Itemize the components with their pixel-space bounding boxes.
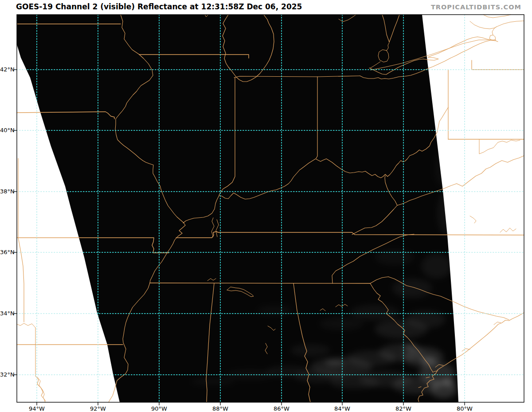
lon-label: 84°W — [332, 406, 353, 412]
cloud-patch — [290, 344, 330, 357]
cloud-patch — [420, 357, 436, 364]
lon-label: 92°W — [87, 406, 109, 412]
cloud-patch — [442, 378, 455, 387]
lon-label: 80°W — [454, 406, 475, 412]
cloud-patch — [392, 279, 432, 298]
tennessee-mississippi-alabama-border — [150, 283, 370, 283]
cloud-patch — [191, 377, 235, 386]
lat-label: 40°N — [0, 127, 14, 133]
lon-label: 90°W — [149, 406, 170, 412]
lat-label: 32°N — [0, 372, 14, 378]
lon-label: 86°W — [271, 406, 292, 412]
lat-label: 34°N — [0, 310, 14, 317]
lon-label: 82°W — [393, 406, 414, 412]
satellite-map — [0, 0, 532, 412]
cloud-patch — [375, 249, 415, 265]
lat-label: 38°N — [0, 188, 14, 195]
cloud-patch — [325, 360, 344, 366]
cloud-patch — [319, 317, 364, 330]
lat-label: 36°N — [0, 249, 14, 255]
lon-label: 94°W — [26, 406, 47, 412]
lat-label: 42°N — [0, 67, 14, 73]
cloud-patch — [421, 254, 452, 279]
satellite-map-page: GOES-19 Channel 2 (visible) Reflectance … — [0, 0, 532, 412]
lon-label: 88°W — [210, 406, 231, 412]
cloud-patch — [257, 305, 293, 316]
cloud-patch — [406, 310, 446, 328]
